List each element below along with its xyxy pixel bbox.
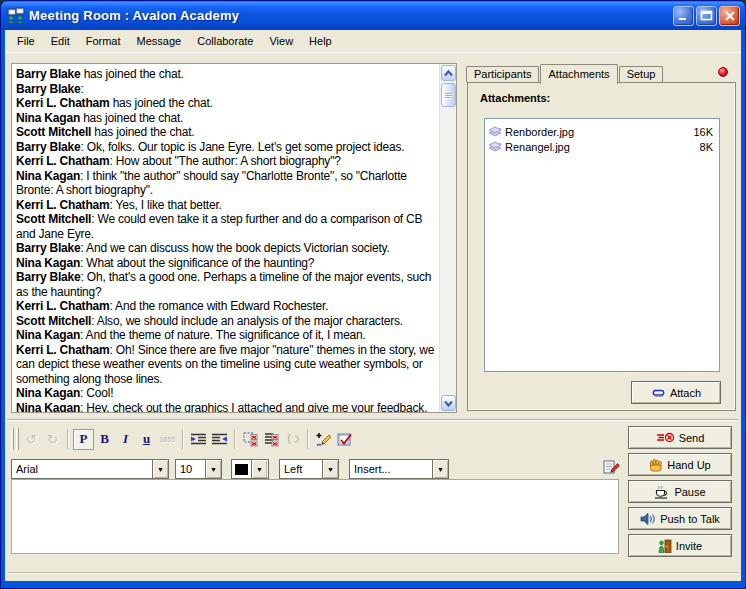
color-swatch — [235, 464, 248, 475]
menu-item[interactable]: Edit — [43, 32, 78, 50]
send-icon — [656, 432, 675, 443]
attach-button[interactable]: Attach — [631, 381, 721, 404]
alignment-value: Left — [280, 463, 322, 475]
chat-message: Scott Mitchell has joined the chat. — [16, 125, 437, 140]
chat-text: : And the theme of nature. The significa… — [80, 328, 366, 342]
font-family-value: Arial — [12, 463, 152, 475]
scroll-down-button[interactable] — [441, 395, 456, 411]
close-button[interactable] — [719, 6, 740, 26]
menu-item[interactable]: View — [261, 32, 301, 50]
minimize-icon — [677, 10, 690, 21]
invite-button[interactable]: Invite — [628, 534, 732, 557]
menu-item[interactable]: Message — [129, 32, 190, 50]
menu-item[interactable]: File — [9, 32, 43, 50]
chat-message: Nina Kagan: And the theme of nature. The… — [16, 328, 437, 343]
scroll-up-button[interactable] — [441, 65, 456, 81]
add-note-icon[interactable] — [313, 429, 334, 450]
alignment-select[interactable]: Left ▼ — [279, 459, 339, 479]
chat-scrollbar[interactable] — [439, 64, 456, 412]
toolbar-grip[interactable] — [16, 428, 19, 450]
approve-icon[interactable] — [334, 429, 355, 450]
tab-attachments[interactable]: Attachments — [540, 64, 617, 84]
hand-up-label: Hand Up — [667, 459, 710, 471]
panel-tabs: Participants Attachments Setup — [466, 64, 664, 84]
bold-button[interactable]: B — [94, 429, 115, 450]
client-area: Barry Blake has joined the chat. Barry B… — [5, 53, 741, 581]
minimize-button[interactable] — [673, 6, 694, 26]
insert-select[interactable]: Insert... ▼ — [349, 459, 449, 479]
chat-text: : Hey, check out the graphics I attached… — [80, 401, 427, 413]
dropdown-arrow-icon[interactable]: ▼ — [152, 460, 168, 478]
chat-author: Kerri L. Chatham — [16, 343, 110, 357]
chat-message: Kerri L. Chatham: How about "The author:… — [16, 154, 437, 169]
italic-button[interactable]: I — [115, 429, 136, 450]
chat-author: Barry Blake — [16, 140, 81, 154]
chat-text: has joined the chat. — [80, 111, 183, 125]
close-icon — [724, 11, 736, 21]
chat-author: Nina Kagan — [16, 401, 80, 413]
chat-log[interactable]: Barry Blake has joined the chat. Barry B… — [12, 64, 439, 412]
chat-text: : Ok, folks. Our topic is Jane Eyre. Let… — [81, 140, 405, 154]
chat-author: Scott Mitchell — [16, 314, 91, 328]
outdent-icon[interactable] — [209, 429, 230, 450]
app-icon — [7, 7, 25, 24]
check-list-icon[interactable] — [261, 429, 282, 450]
chat-message: Nina Kagan: Cool! — [16, 386, 437, 401]
dropdown-arrow-icon[interactable]: ▼ — [322, 460, 338, 478]
chat-message: Barry Blake has joined the chat. — [16, 67, 437, 82]
chat-text: has joined the chat. — [91, 125, 194, 139]
chat-author: Barry Blake — [16, 82, 81, 96]
paragraph-button[interactable]: P — [73, 429, 94, 450]
scrollbar-thumb[interactable] — [441, 83, 456, 107]
push-to-talk-button[interactable]: Push to Talk — [628, 507, 732, 530]
attachments-list[interactable]: Renborder.jpg 16K Renangel.jpg 8K — [484, 118, 720, 372]
chat-author: Nina Kagan — [16, 328, 80, 342]
talk-icon — [640, 513, 656, 525]
chat-text: : — [81, 82, 84, 96]
status-light — [718, 67, 728, 77]
chat-message: Nina Kagan: Hey, check out the graphics … — [16, 401, 437, 413]
dropdown-arrow-icon[interactable]: ▼ — [205, 460, 221, 478]
dropdown-arrow-icon[interactable]: ▼ — [432, 460, 448, 478]
chat-author: Scott Mitchell — [16, 125, 91, 139]
attachment-row[interactable]: Renangel.jpg 8K — [485, 139, 719, 154]
attachment-row[interactable]: Renborder.jpg 16K — [485, 124, 719, 139]
font-family-select[interactable]: Arial ▼ — [11, 459, 169, 479]
chat-text: : What about the significance of the hau… — [80, 256, 314, 270]
clear-checks-icon — [282, 429, 303, 450]
menu-item[interactable]: Format — [78, 32, 129, 50]
note-edit-icon[interactable] — [603, 459, 621, 475]
send-button[interactable]: Send — [628, 426, 732, 449]
chat-message: Barry Blake: And we can discuss how the … — [16, 241, 437, 256]
menu-bar: File Edit Format Message Collaborate Vie… — [5, 30, 741, 53]
invite-icon — [658, 539, 672, 553]
titlebar[interactable]: Meeting Room : Avalon Academy — [1, 1, 745, 30]
chat-text: has joined the chat. — [81, 67, 184, 81]
tab-participants[interactable]: Participants — [466, 66, 539, 82]
underline-button[interactable]: u — [136, 429, 157, 450]
font-row: Arial ▼ 10 ▼ ▼ Left ▼ Insert... ▼ — [11, 457, 449, 481]
message-input[interactable] — [11, 479, 619, 554]
chat-author: Kerri L. Chatham — [16, 198, 110, 212]
chat-text: : And the romance with Edward Rochester. — [110, 299, 329, 313]
timestamp-icon: 1655 — [157, 429, 178, 450]
maximize-button[interactable] — [696, 6, 717, 26]
redo-icon: ↻ — [42, 429, 63, 450]
tab-setup[interactable]: Setup — [619, 66, 664, 82]
chat-message: Barry Blake: Oh, that's a good one. Perh… — [16, 270, 437, 299]
pause-button[interactable]: Pause — [628, 480, 732, 503]
dropdown-arrow-icon[interactable]: ▼ — [251, 460, 267, 478]
font-color-select[interactable]: ▼ — [231, 459, 269, 479]
chat-message: Barry Blake: Ok, folks. Our topic is Jan… — [16, 140, 437, 155]
menu-item[interactable]: Help — [301, 32, 340, 50]
indent-icon[interactable] — [188, 429, 209, 450]
chat-message: Kerri L. Chatham: Oh! Since there are fi… — [16, 343, 437, 387]
chat-text: : How about "The author: A short biograp… — [110, 154, 341, 168]
toolbar-grip[interactable] — [11, 428, 14, 450]
hand-up-button[interactable]: Hand Up — [628, 453, 732, 476]
menu-item[interactable]: Collaborate — [189, 32, 261, 50]
attach-button-label: Attach — [670, 387, 701, 399]
font-size-select[interactable]: 10 ▼ — [175, 459, 222, 479]
chat-message: Scott Mitchell: We could even take it a … — [16, 212, 437, 241]
check-selection-icon[interactable] — [240, 429, 261, 450]
